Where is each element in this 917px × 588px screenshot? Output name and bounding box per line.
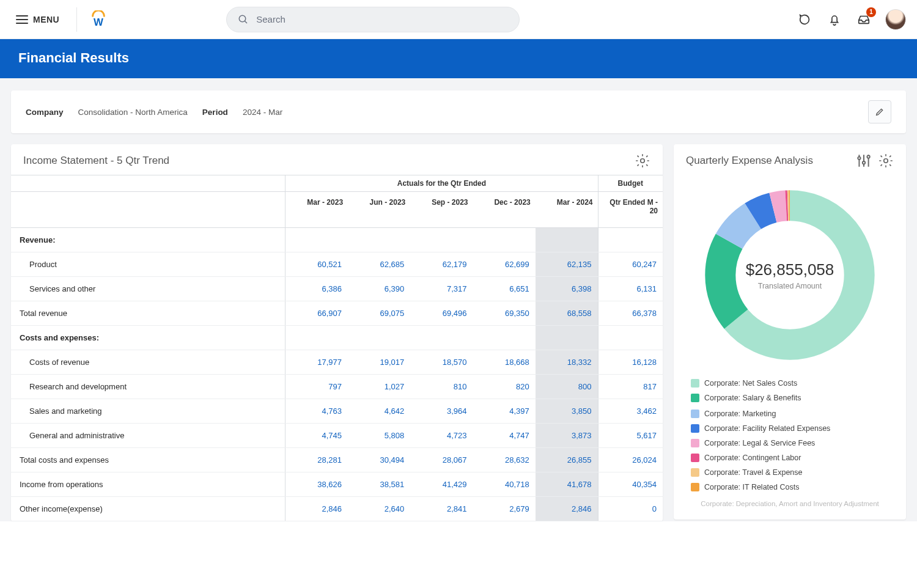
cell-value[interactable]: 38,626 xyxy=(285,472,348,497)
cell-value[interactable]: 797 xyxy=(285,375,348,399)
cell-value[interactable]: 62,135 xyxy=(536,252,598,277)
cell-value[interactable]: 6,131 xyxy=(598,277,663,301)
cell-value[interactable]: 60,521 xyxy=(285,252,348,277)
cell-value[interactable]: 0 xyxy=(598,497,663,521)
legend-item[interactable]: Corporate: Marketing xyxy=(691,410,776,418)
income-statement-panel: Income Statement - 5 Qtr Trend Actuals f… xyxy=(11,144,663,521)
cell-value[interactable]: 3,964 xyxy=(410,399,473,424)
cell-value[interactable]: 26,855 xyxy=(536,448,598,472)
cell-value[interactable]: 4,723 xyxy=(410,424,473,448)
cell-value[interactable]: 7,317 xyxy=(410,277,473,301)
cell-value[interactable]: 66,378 xyxy=(598,301,663,326)
legend-item[interactable]: Corporate: Travel & Expense xyxy=(691,468,803,477)
cell-value[interactable]: 6,390 xyxy=(348,277,410,301)
cell-value[interactable]: 1,027 xyxy=(348,375,410,399)
cell-value[interactable]: 6,386 xyxy=(285,277,348,301)
filter-period-label: Period xyxy=(202,108,228,117)
col-header[interactable]: Jun - 2023 xyxy=(348,192,410,228)
gear-icon[interactable] xyxy=(635,153,650,169)
cell-value[interactable]: 62,685 xyxy=(348,252,410,277)
cell-value[interactable]: 69,350 xyxy=(473,301,536,326)
cell-value xyxy=(285,326,348,350)
cell-value[interactable]: 4,747 xyxy=(473,424,536,448)
cell-value[interactable]: 820 xyxy=(473,375,536,399)
legend-item[interactable]: Corporate: Net Sales Costs xyxy=(691,379,797,388)
avatar[interactable] xyxy=(885,9,906,30)
cell-value[interactable]: 28,281 xyxy=(285,448,348,472)
cell-value[interactable]: 69,075 xyxy=(348,301,410,326)
cell-value[interactable]: 800 xyxy=(536,375,598,399)
donut-chart[interactable]: $26,855,058 Translated Amount xyxy=(698,183,882,367)
cell-value[interactable]: 66,907 xyxy=(285,301,348,326)
col-header[interactable]: Mar - 2023 xyxy=(285,192,348,228)
cell-value[interactable]: 4,642 xyxy=(348,399,410,424)
cell-value[interactable]: 68,558 xyxy=(536,301,598,326)
cell-value[interactable]: 3,850 xyxy=(536,399,598,424)
cell-value[interactable]: 18,332 xyxy=(536,350,598,375)
cell-value[interactable]: 810 xyxy=(410,375,473,399)
svg-point-10 xyxy=(884,159,888,163)
cell-value[interactable]: 41,429 xyxy=(410,472,473,497)
inbox-icon[interactable]: 1 xyxy=(856,12,872,28)
cell-value[interactable]: 40,718 xyxy=(473,472,536,497)
cell-value[interactable]: 28,067 xyxy=(410,448,473,472)
col-header-budget[interactable]: Qtr Ended M - 20 xyxy=(598,192,663,228)
legend-item[interactable]: Corporate: Legal & Service Fees xyxy=(691,439,815,447)
cell-value[interactable]: 18,570 xyxy=(410,350,473,375)
income-panel-title: Income Statement - 5 Qtr Trend xyxy=(23,155,169,167)
cell-value[interactable]: 4,745 xyxy=(285,424,348,448)
cell-value[interactable]: 3,873 xyxy=(536,424,598,448)
legend-item[interactable]: Corporate: IT Related Costs xyxy=(691,483,799,491)
bell-icon[interactable] xyxy=(827,12,842,28)
gear-icon[interactable] xyxy=(878,153,894,169)
divider xyxy=(76,7,77,32)
cell-value[interactable]: 3,462 xyxy=(598,399,663,424)
cell-value[interactable]: 6,398 xyxy=(536,277,598,301)
cell-value[interactable]: 4,763 xyxy=(285,399,348,424)
cell-value[interactable]: 2,846 xyxy=(285,497,348,521)
col-header[interactable]: Mar - 2024 xyxy=(536,192,598,228)
search-box[interactable] xyxy=(226,7,520,32)
cell-value[interactable]: 26,024 xyxy=(598,448,663,472)
cell-value[interactable]: 6,651 xyxy=(473,277,536,301)
cell-value[interactable]: 2,640 xyxy=(348,497,410,521)
cell-value[interactable]: 62,699 xyxy=(473,252,536,277)
cell-value[interactable]: 18,668 xyxy=(473,350,536,375)
col-header[interactable]: Dec - 2023 xyxy=(473,192,536,228)
chat-icon[interactable] xyxy=(797,12,813,28)
cell-value[interactable]: 17,977 xyxy=(285,350,348,375)
cell-value[interactable]: 2,841 xyxy=(410,497,473,521)
cell-value[interactable]: 30,494 xyxy=(348,448,410,472)
cell-value[interactable]: 5,617 xyxy=(598,424,663,448)
cell-value[interactable]: 2,679 xyxy=(473,497,536,521)
menu-button[interactable]: MENU xyxy=(11,11,64,28)
cell-value[interactable]: 28,632 xyxy=(473,448,536,472)
cell-value[interactable]: 41,678 xyxy=(536,472,598,497)
legend-item[interactable]: Corporate: Salary & Benefits xyxy=(691,394,801,402)
cell-value[interactable]: 2,846 xyxy=(536,497,598,521)
cell-value[interactable]: 5,808 xyxy=(348,424,410,448)
workday-logo[interactable]: W xyxy=(89,10,108,29)
cell-value xyxy=(473,228,536,252)
expense-analysis-panel: Quarterly Expense Analysis $26,855,058 T… xyxy=(674,144,906,520)
cell-value[interactable]: 60,247 xyxy=(598,252,663,277)
legend-item[interactable]: Corporate: Contingent Labor xyxy=(691,454,801,462)
legend-swatch xyxy=(691,394,699,402)
cell-value[interactable]: 40,354 xyxy=(598,472,663,497)
cell-value[interactable]: 38,581 xyxy=(348,472,410,497)
sliders-icon[interactable] xyxy=(856,153,872,169)
edit-filters-button[interactable] xyxy=(868,100,891,123)
table-row: Costs of revenue17,97719,01718,57018,668… xyxy=(11,350,663,375)
legend-item[interactable]: Corporate: Facility Related Expenses xyxy=(691,424,830,433)
cell-value[interactable]: 817 xyxy=(598,375,663,399)
cell-value[interactable]: 19,017 xyxy=(348,350,410,375)
cell-value[interactable]: 4,397 xyxy=(473,399,536,424)
cell-value[interactable]: 62,179 xyxy=(410,252,473,277)
col-header[interactable]: Sep - 2023 xyxy=(410,192,473,228)
search-input[interactable] xyxy=(255,13,508,25)
table-row: Revenue: xyxy=(11,228,663,252)
cell-value[interactable]: 16,128 xyxy=(598,350,663,375)
svg-point-8 xyxy=(863,161,865,164)
cell-value[interactable]: 69,496 xyxy=(410,301,473,326)
filter-bar: Company Consolidation - North America Pe… xyxy=(11,90,906,133)
